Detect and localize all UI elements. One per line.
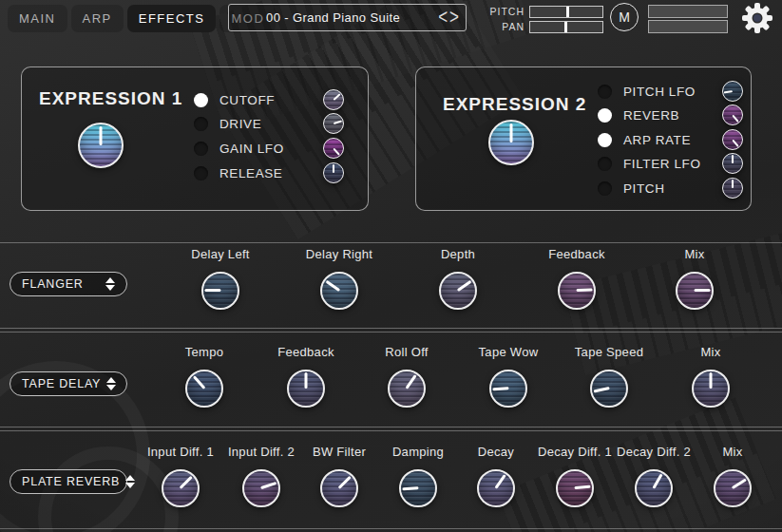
radio-reverb[interactable] [598, 108, 612, 123]
knob-pointer [204, 290, 220, 293]
param-label: Delay Right [306, 247, 373, 264]
param-label: Decay [478, 445, 514, 462]
plate-reverb-effect-select[interactable]: PLATE REVERB [10, 469, 127, 494]
plugin-window: MAIN ARP EFFECTS MOD 00 - Grand Piano Su… [0, 0, 782, 532]
param-label: Tempo [185, 345, 224, 362]
preset-selector[interactable]: 00 - Grand Piano Suite < > [228, 4, 467, 31]
tab-main[interactable]: MAIN [8, 5, 67, 32]
input-diff-2-knob[interactable] [242, 469, 280, 507]
damping-knob[interactable] [399, 469, 437, 507]
param-label: Feedback [548, 247, 605, 264]
m-button[interactable]: M [610, 3, 639, 31]
param-decay-diff-1: Decay Diff. 1 [535, 445, 615, 507]
radio-pitch[interactable] [598, 181, 612, 196]
expression-1-title: EXPRESSION 1 [39, 88, 182, 109]
pan-slider-thumb[interactable] [564, 22, 567, 32]
knob-pointer [732, 139, 738, 146]
decay-diff-1-knob[interactable] [556, 469, 594, 507]
knob-pointer [710, 372, 713, 389]
pitch-amount-knob[interactable] [722, 178, 743, 199]
effect-select-label: PLATE REVERB [22, 475, 120, 488]
option-label: GAIN LFO [219, 142, 284, 156]
expression-2-option-pitch: PITCH [598, 177, 743, 200]
gear-icon[interactable] [740, 1, 774, 35]
knob-pointer [732, 155, 734, 163]
knob-pointer [326, 280, 340, 292]
radio-arp-rate[interactable] [598, 133, 612, 147]
radio-pitch-lfo[interactable] [598, 85, 612, 99]
gain-lfo-amount-knob[interactable] [323, 138, 344, 159]
tempo-knob[interactable] [185, 370, 223, 408]
knob-pointer [402, 487, 418, 491]
mix-knob[interactable] [692, 370, 730, 408]
pitch-pan-group: PITCH PAN [486, 5, 603, 35]
pitch-slider-thumb[interactable] [566, 7, 569, 17]
radio-release[interactable] [194, 166, 208, 180]
knob-pointer [261, 482, 277, 489]
knob-pointer [305, 372, 308, 389]
param-label: Roll Off [385, 345, 429, 362]
radio-cutoff[interactable] [194, 93, 208, 107]
knob-pointer [510, 124, 513, 142]
pitch-label: PITCH [486, 6, 525, 17]
mix-knob[interactable] [714, 469, 752, 507]
expression-1-option-release: RELEASE [194, 162, 344, 184]
knob-pointer [406, 375, 417, 390]
knob-pointer [100, 126, 103, 145]
param-tape-wow: Tape Wow [456, 345, 561, 408]
param-input-diff-1: Input Diff. 1 [141, 445, 220, 507]
tab-arp[interactable]: ARP [71, 5, 124, 32]
pitch-lfo-amount-knob[interactable] [722, 81, 743, 102]
preset-name: 00 - Grand Piano Suite [229, 10, 437, 25]
tape-delay-effect-select[interactable]: TAPE DELAY [10, 371, 127, 396]
expression-1-knob[interactable] [78, 123, 124, 168]
option-label: REVERB [623, 108, 679, 123]
decay-diff-2-knob[interactable] [635, 469, 673, 507]
flanger-effect-select[interactable]: FLANGER [10, 272, 127, 296]
option-label: PITCH [623, 181, 665, 196]
param-decay: Decay [456, 445, 536, 507]
radio-drive[interactable] [194, 117, 208, 131]
arp-rate-amount-knob[interactable] [722, 129, 743, 150]
feedback-knob[interactable] [287, 370, 325, 408]
tab-effects[interactable]: EFFECTS [127, 5, 217, 32]
drive-amount-knob[interactable] [323, 113, 344, 134]
option-label: CUTOFF [219, 93, 275, 107]
depth-knob[interactable] [439, 272, 477, 310]
param-label: Damping [392, 445, 444, 462]
knob-pointer [333, 147, 340, 155]
effect-row-plate-reverb: PLATE REVERB Input Diff. 1 Input Diff. 2… [0, 430, 782, 529]
option-label: ARP RATE [623, 133, 691, 147]
knob-pointer [457, 280, 471, 292]
radio-gain-lfo[interactable] [194, 142, 208, 156]
preset-prev-icon[interactable]: < [437, 8, 448, 28]
delay-right-knob[interactable] [320, 272, 358, 310]
release-amount-knob[interactable] [323, 162, 344, 183]
param-label: Feedback [277, 345, 334, 362]
radio-filter-lfo[interactable] [598, 157, 612, 171]
feedback-knob[interactable] [558, 272, 596, 310]
knob-pointer [333, 93, 340, 101]
filter-lfo-amount-knob[interactable] [722, 153, 743, 174]
param-mix: Mix [693, 445, 772, 507]
option-label: DRIVE [219, 117, 261, 131]
pan-slider[interactable] [529, 21, 603, 33]
pitch-slider[interactable] [529, 6, 603, 18]
expression-2-knob[interactable] [488, 120, 534, 165]
mix-knob[interactable] [676, 272, 714, 310]
reverb-amount-knob[interactable] [722, 104, 743, 125]
preset-next-icon[interactable]: > [448, 8, 460, 28]
meter-bar-2 [648, 20, 728, 33]
cutoff-amount-knob[interactable] [323, 89, 344, 110]
roll-off-knob[interactable] [388, 370, 426, 408]
select-arrows-icon [125, 475, 135, 488]
knob-pointer [732, 114, 738, 122]
input-diff-1-knob[interactable] [162, 469, 200, 507]
bw-filter-knob[interactable] [320, 469, 358, 507]
tape-wow-knob[interactable] [489, 370, 527, 408]
delay-left-knob[interactable] [201, 272, 239, 310]
expression-2-option-pitch-lfo: PITCH LFO [598, 80, 743, 103]
decay-knob[interactable] [477, 469, 515, 507]
expression-1-panel: EXPRESSION 1 CUTOFF DRIVE GAIN LFO RELEA… [21, 66, 369, 211]
tape-speed-knob[interactable] [590, 370, 628, 408]
